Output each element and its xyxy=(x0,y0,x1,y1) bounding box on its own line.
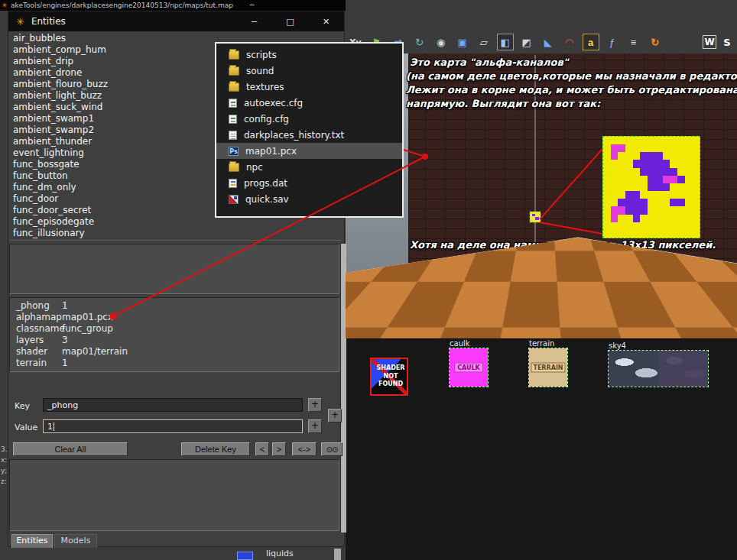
save-file-icon xyxy=(229,195,239,204)
swap-button[interactable]: <-> xyxy=(292,442,317,456)
text-file-icon xyxy=(229,131,237,140)
entity-properties-box: _phong 1 alphamap map01.pcx classname fu… xyxy=(9,297,339,372)
minimize-button[interactable]: ─ xyxy=(236,11,272,31)
file-item[interactable]: scripts xyxy=(216,47,402,63)
add-value-button[interactable]: + xyxy=(308,419,322,433)
folder-icon xyxy=(229,83,239,92)
clear-all-button[interactable]: Clear All xyxy=(13,442,128,456)
prev-button[interactable]: < xyxy=(255,442,269,456)
file-item-selected[interactable]: map01.pcx xyxy=(216,143,402,159)
property-row[interactable]: shader map01/terrain xyxy=(10,346,339,358)
texture-name-label: terrain xyxy=(529,339,567,348)
texture-lock-icon[interactable]: ▣ xyxy=(454,34,471,50)
clipper-icon[interactable]: ▱ xyxy=(476,34,492,50)
viewport-toolbar: Xy ⚑ ⇄ ↻ ◉ ▣ ▱ ◧ ◩ ◣ ◠ a ƒ ≡ ↻ W S xyxy=(346,31,737,53)
key-input[interactable]: _phong xyxy=(43,398,303,412)
texture-tile-shader-not-found[interactable]: SHADER NOT FOUND xyxy=(370,358,408,396)
texture-item-shader-not-found[interactable]: SHADER NOT FOUND xyxy=(370,348,408,396)
file-item[interactable]: darkplaces_history.txt xyxy=(216,127,402,143)
file-browser-popup: scripts sound textures autoexec.cfg conf… xyxy=(215,42,404,218)
shaded-toggle-button[interactable]: S xyxy=(721,37,733,48)
property-row[interactable]: terrain 1 xyxy=(10,358,339,369)
entity-description-box xyxy=(9,244,339,294)
window-icon: ✳ xyxy=(16,16,24,28)
file-item[interactable]: quick.sav xyxy=(216,191,402,207)
filter-list-icon[interactable]: ≡ xyxy=(625,34,642,50)
texture-tile-terrain[interactable]: TERRAIN xyxy=(529,348,567,387)
delete-key-button[interactable]: Delete Key xyxy=(181,442,250,456)
main-window-title: akeTools/engines/darkplacesengine2014051… xyxy=(11,0,233,11)
dat-file-icon xyxy=(229,179,237,188)
entities-scrollbar[interactable] xyxy=(340,244,346,532)
file-item[interactable]: sound xyxy=(216,63,402,79)
edge-label-x: x: xyxy=(1,456,7,464)
mini-scrollbar[interactable] xyxy=(334,549,341,560)
property-row[interactable]: classname func_group xyxy=(10,323,339,335)
text-caret xyxy=(54,422,54,431)
camera-icon[interactable]: ◉ xyxy=(433,34,450,50)
add-pair-button[interactable]: + xyxy=(328,409,342,422)
texture-caption: CAULK xyxy=(454,363,483,373)
texture-swatch[interactable] xyxy=(237,552,253,560)
refresh-models-icon[interactable]: ↻ xyxy=(647,34,664,50)
corner-view-icon[interactable]: ◩ xyxy=(518,34,535,50)
wireframe-toggle-button[interactable]: W xyxy=(703,35,716,49)
file-item[interactable]: autoexec.cfg xyxy=(216,95,402,111)
viewport-3d[interactable]: 256 Это карта "альфа-каналов" (на самом … xyxy=(346,53,737,338)
file-item[interactable]: textures xyxy=(216,79,402,95)
entity-names-icon[interactable]: a xyxy=(583,34,599,50)
texture-name-label xyxy=(370,348,408,358)
entity-flags-box xyxy=(9,459,339,531)
texture-caption: SHADER NOT FOUND xyxy=(372,359,410,394)
entity-class-item[interactable]: func_episodegate xyxy=(10,216,341,228)
property-row[interactable]: alphamap map01.pcx xyxy=(10,312,339,323)
maximize-button[interactable]: □ xyxy=(272,11,308,31)
desktop: ✳ akeTools/engines/darkplacesengine20140… xyxy=(0,0,737,560)
texture-name-label: sky4 xyxy=(609,342,708,351)
main-minimize-button[interactable]: ─ xyxy=(250,0,254,11)
window-title: Entities xyxy=(31,16,66,27)
alpha-map-image xyxy=(602,136,700,238)
property-row[interactable]: _phong 1 xyxy=(10,300,339,312)
app-icon: ✳ xyxy=(2,0,8,11)
texture-item-sky4[interactable]: sky4 xyxy=(609,342,708,387)
script-icon[interactable]: ƒ xyxy=(604,34,621,50)
selected-texture-marker xyxy=(530,212,541,222)
entity-class-item[interactable]: func_illusionary xyxy=(10,228,341,239)
rotate-icon[interactable]: ↻ xyxy=(411,34,428,50)
dimension-label: 256 xyxy=(569,329,582,336)
photoshop-file-icon xyxy=(229,147,239,156)
value-label: Value xyxy=(15,422,37,432)
property-row[interactable]: layers 3 xyxy=(10,335,339,346)
add-key-button[interactable]: + xyxy=(308,398,322,412)
texture-item-terrain[interactable]: terrain TERRAIN xyxy=(529,339,567,387)
texture-item-caulk[interactable]: caulk CAULK xyxy=(450,339,488,387)
value-input[interactable]: 1 xyxy=(43,419,303,433)
texture-group-liquids-label[interactable]: liquids xyxy=(266,549,294,558)
annotation-text-line3: Лежит она в корне мода, и может быть отр… xyxy=(406,84,737,95)
wedge-icon[interactable]: ◣ xyxy=(540,34,557,50)
next-button[interactable]: > xyxy=(272,442,286,456)
goggles-icon[interactable]: ⊙⊙ xyxy=(321,442,343,456)
tab-models[interactable]: Models xyxy=(54,534,97,548)
curve-patch-icon[interactable]: ◠ xyxy=(561,34,578,50)
edge-label: 3. xyxy=(1,445,8,453)
close-button[interactable]: ✕ xyxy=(308,11,344,31)
annotation-text-line2: (на самом деле цветов,которые мы назнача… xyxy=(406,70,737,82)
annotation-text-line4: напрямую. Выглядит она вот так: xyxy=(406,98,600,109)
folder-icon xyxy=(229,66,239,76)
entities-titlebar[interactable]: ✳ Entities ─ □ ✕ xyxy=(8,11,344,31)
edge-label-y: y; xyxy=(1,467,7,474)
file-item[interactable]: progs.dat xyxy=(216,175,402,191)
split-view-icon[interactable]: ◧ xyxy=(497,34,514,50)
texture-tile-caulk[interactable]: CAULK xyxy=(450,348,488,387)
main-window-titlebar: ✳ akeTools/engines/darkplacesengine20140… xyxy=(0,0,346,11)
tab-entities[interactable]: Entities xyxy=(11,534,53,548)
texture-browser: SHADER NOT FOUND caulk CAULK terrain TER… xyxy=(346,338,737,560)
file-item[interactable]: config.cfg xyxy=(216,111,402,127)
annotation-text-bottom: Хотя на деле она намного меньше - 13x13 … xyxy=(410,239,716,251)
texture-tile-sky4[interactable] xyxy=(609,351,708,387)
file-item[interactable]: npc xyxy=(216,159,402,175)
key-label: Key xyxy=(15,401,30,411)
folder-icon xyxy=(229,50,239,60)
